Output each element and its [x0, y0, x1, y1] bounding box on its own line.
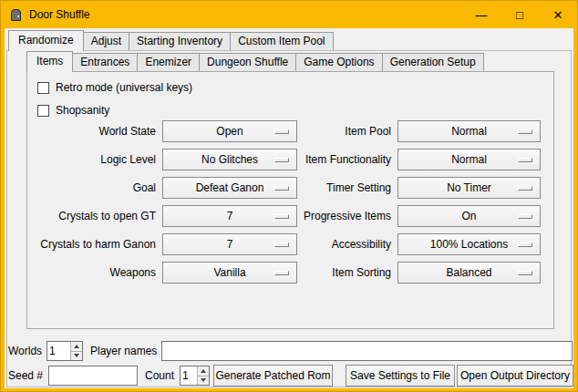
spin-down-icon — [201, 378, 206, 382]
seed-label: Seed # — [8, 366, 43, 386]
caption-buttons: — □ ✕ — [462, 1, 577, 28]
tab-starting-inventory[interactable]: Starting Inventory — [129, 32, 231, 50]
menu-indicator-icon — [518, 158, 532, 162]
worlds-label: Worlds — [8, 341, 42, 361]
tab-label: Items — [36, 55, 63, 67]
titlebar[interactable]: Door Shuffle — □ ✕ — [1, 1, 577, 28]
close-button[interactable]: ✕ — [539, 1, 577, 28]
worlds-spinbox[interactable] — [46, 341, 83, 361]
crystals-to-open-gt-value: 7 — [227, 210, 233, 222]
maximize-icon: □ — [516, 8, 523, 22]
timer-setting-value: No Timer — [447, 181, 491, 194]
accessibility-value: 100% Locations — [430, 238, 508, 251]
menu-indicator-icon — [518, 214, 532, 219]
item-sorting-label: Item Sorting — [240, 262, 391, 284]
menu-indicator-icon — [518, 242, 532, 247]
item-pool-value: Normal — [451, 125, 487, 138]
tab-adjust[interactable]: Adjust — [83, 32, 129, 50]
item-pool-dropdown[interactable]: Normal — [397, 120, 541, 142]
tab-label: Dungeon Shuffle — [207, 56, 288, 68]
menu-indicator-icon — [518, 186, 532, 191]
item-functionality-value: Normal — [451, 153, 487, 166]
tab-label: Game Options — [304, 56, 374, 68]
item-functionality-dropdown[interactable]: Normal — [397, 149, 541, 170]
spin-up-button[interactable] — [71, 342, 82, 352]
seed-input[interactable] — [48, 366, 138, 386]
logic-level-label: Logic Level — [5, 149, 156, 170]
retro-mode-checkbox[interactable]: Retro mode (universal keys) — [37, 80, 192, 95]
tab-entrances[interactable]: Entrances — [72, 53, 138, 71]
menu-indicator-icon — [518, 271, 532, 275]
tab-label: Entrances — [80, 56, 129, 68]
count-label: Count — [145, 366, 174, 386]
tab-custom-item-pool[interactable]: Custom Item Pool — [230, 32, 333, 50]
menu-indicator-icon — [518, 129, 532, 134]
player-names-input[interactable] — [161, 341, 573, 361]
tab-enemizer[interactable]: Enemizer — [137, 53, 200, 71]
item-sorting-dropdown[interactable]: Balanced — [397, 262, 541, 284]
tab-dungeon-shuffle[interactable]: Dungeon Shuffle — [199, 53, 296, 71]
window: Door Shuffle — □ ✕ Randomize Adjust Star… — [0, 0, 578, 392]
tab-randomize[interactable]: Randomize — [8, 30, 84, 51]
count-spinbox[interactable] — [180, 366, 210, 386]
inner-tabbar: Items Entrances Enemizer Dungeon Shuffle… — [26, 51, 484, 72]
timer-setting-label: Timer Setting — [240, 177, 391, 199]
tab-items[interactable]: Items — [26, 51, 73, 72]
tab-label: Enemizer — [145, 56, 191, 68]
checkbox-box-icon — [37, 105, 49, 117]
progressive-items-dropdown[interactable]: On — [397, 205, 541, 227]
spin-up-icon — [74, 345, 79, 348]
progressive-items-label: Progressive Items — [240, 205, 391, 227]
spinner-arrows — [70, 342, 82, 360]
weapons-label: Weapons — [5, 262, 156, 284]
timer-setting-dropdown[interactable]: No Timer — [397, 177, 541, 199]
tab-game-options[interactable]: Game Options — [295, 53, 382, 71]
spin-up-button[interactable] — [198, 366, 209, 377]
tab-label: Adjust — [91, 35, 121, 47]
app-icon — [8, 7, 23, 22]
tab-label: Randomize — [18, 34, 74, 46]
shopsanity-label: Shopsanity — [56, 104, 109, 117]
count-input[interactable] — [181, 366, 197, 385]
player-names-label: Player names — [90, 341, 157, 361]
spin-down-button[interactable] — [198, 377, 209, 386]
client-area: Randomize Adjust Starting Inventory Cust… — [5, 28, 573, 388]
save-settings-button[interactable]: Save Settings to File — [346, 365, 455, 387]
world-state-label: World State — [5, 120, 156, 142]
item-functionality-label: Item Functionality — [240, 149, 391, 170]
crystals-to-harm-ganon-value: 7 — [227, 238, 233, 251]
button-label: Generate Patched Rom — [215, 369, 330, 382]
crystals-to-harm-ganon-label: Crystals to harm Ganon — [5, 233, 156, 255]
shopsanity-checkbox[interactable]: Shopsanity — [37, 103, 109, 118]
checkbox-box-icon — [37, 82, 49, 94]
spin-up-icon — [201, 369, 206, 373]
progressive-items-value: On — [461, 210, 476, 222]
generate-patched-rom-button[interactable]: Generate Patched Rom — [213, 365, 333, 387]
spinner-arrows — [197, 366, 209, 385]
item-sorting-value: Balanced — [446, 266, 491, 279]
close-icon: ✕ — [553, 8, 563, 22]
tab-label: Starting Inventory — [137, 35, 222, 47]
button-label: Save Settings to File — [350, 369, 450, 382]
main-tabbar: Randomize Adjust Starting Inventory Cust… — [8, 30, 334, 51]
crystals-to-open-gt-label: Crystals to open GT — [5, 205, 156, 227]
item-pool-label: Item Pool — [240, 120, 391, 142]
window-title: Door Shuffle — [29, 8, 90, 21]
tab-label: Generation Setup — [390, 56, 476, 68]
tab-generation-setup[interactable]: Generation Setup — [382, 53, 484, 71]
open-output-directory-button[interactable]: Open Output Directory — [457, 365, 573, 387]
door-icon — [11, 9, 21, 21]
spin-down-button[interactable] — [71, 352, 82, 361]
spin-down-icon — [74, 354, 79, 357]
maximize-button[interactable]: □ — [501, 1, 539, 28]
button-label: Open Output Directory — [460, 369, 570, 382]
tab-label: Custom Item Pool — [238, 35, 325, 47]
worlds-input[interactable] — [47, 342, 70, 360]
accessibility-dropdown[interactable]: 100% Locations — [397, 233, 541, 255]
retro-mode-label: Retro mode (universal keys) — [56, 81, 192, 94]
accessibility-label: Accessibility — [240, 233, 391, 255]
goal-label: Goal — [5, 177, 156, 199]
minimize-button[interactable]: — — [462, 1, 501, 28]
minimize-icon: — — [476, 8, 488, 22]
